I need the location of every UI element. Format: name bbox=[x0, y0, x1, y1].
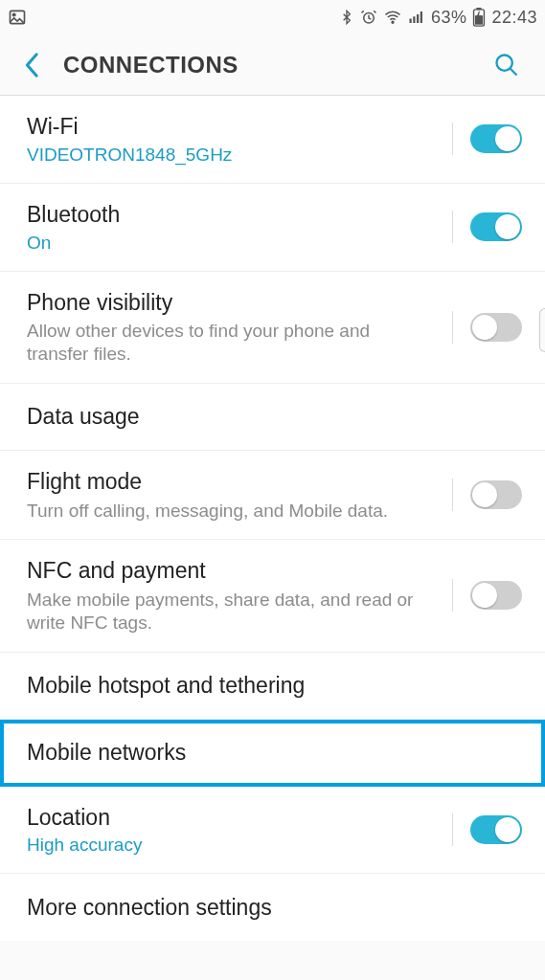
divider bbox=[452, 122, 453, 155]
battery-charging-icon bbox=[472, 8, 486, 27]
clock: 22:43 bbox=[491, 8, 537, 28]
svg-rect-6 bbox=[417, 14, 419, 23]
svg-point-1 bbox=[12, 13, 15, 16]
scroll-indicator bbox=[539, 308, 545, 352]
row-title: Mobile networks bbox=[27, 739, 511, 767]
row-wifi[interactable]: Wi-Fi VIDEOTRON1848_5GHz bbox=[0, 96, 545, 184]
page-title: CONNECTIONS bbox=[56, 52, 484, 78]
row-location[interactable]: Location High accuracy bbox=[0, 787, 545, 875]
divider bbox=[452, 211, 453, 243]
app-header: CONNECTIONS bbox=[0, 34, 545, 96]
phone-visibility-toggle[interactable] bbox=[470, 313, 522, 342]
svg-rect-7 bbox=[420, 11, 422, 23]
divider bbox=[452, 579, 453, 612]
row-flight-mode[interactable]: Flight mode Turn off calling, messaging,… bbox=[0, 451, 545, 541]
row-title: Data usage bbox=[27, 403, 511, 431]
picture-icon bbox=[8, 8, 27, 27]
row-title: Location bbox=[27, 804, 435, 832]
row-sub: Allow other devices to find your phone a… bbox=[27, 320, 435, 366]
row-hotspot-tethering[interactable]: Mobile hotspot and tethering bbox=[0, 653, 545, 720]
wifi-toggle[interactable] bbox=[470, 124, 522, 153]
back-button[interactable] bbox=[10, 42, 56, 88]
row-bluetooth[interactable]: Bluetooth On bbox=[0, 184, 545, 272]
svg-point-3 bbox=[392, 21, 394, 23]
row-mobile-networks[interactable]: Mobile networks bbox=[0, 720, 545, 787]
row-more-connection-settings[interactable]: More connection settings bbox=[0, 874, 545, 941]
svg-line-12 bbox=[511, 68, 517, 75]
row-title: Mobile hotspot and tethering bbox=[27, 672, 511, 700]
divider bbox=[452, 813, 453, 846]
row-sub: Make mobile payments, share data, and re… bbox=[27, 589, 435, 635]
nfc-toggle[interactable] bbox=[470, 581, 522, 610]
row-sub: VIDEOTRON1848_5GHz bbox=[27, 145, 435, 166]
row-title: Wi-Fi bbox=[27, 113, 435, 141]
flight-mode-toggle[interactable] bbox=[470, 480, 522, 509]
row-phone-visibility[interactable]: Phone visibility Allow other devices to … bbox=[0, 272, 545, 384]
row-title: Phone visibility bbox=[27, 289, 435, 317]
svg-rect-4 bbox=[409, 19, 411, 24]
battery-percent: 63% bbox=[431, 8, 467, 28]
signal-icon bbox=[408, 9, 425, 26]
row-data-usage[interactable]: Data usage bbox=[0, 384, 545, 451]
divider bbox=[452, 311, 453, 344]
row-title: Flight mode bbox=[27, 468, 435, 496]
row-sub: On bbox=[27, 233, 435, 254]
status-bar: 63% 22:43 bbox=[0, 0, 545, 34]
row-sub: Turn off calling, messaging, and Mobile … bbox=[27, 500, 435, 523]
row-nfc-payment[interactable]: NFC and payment Make mobile payments, sh… bbox=[0, 540, 545, 652]
chevron-left-icon bbox=[24, 52, 41, 78]
location-toggle[interactable] bbox=[470, 815, 522, 844]
svg-rect-9 bbox=[477, 8, 482, 10]
row-title: Bluetooth bbox=[27, 201, 435, 229]
svg-point-11 bbox=[497, 55, 512, 70]
search-button[interactable] bbox=[484, 42, 530, 88]
row-sub: High accuracy bbox=[27, 835, 435, 856]
divider bbox=[452, 479, 453, 511]
row-title: More connection settings bbox=[27, 894, 511, 922]
svg-rect-5 bbox=[413, 16, 415, 23]
bluetooth-toggle[interactable] bbox=[470, 212, 522, 241]
bluetooth-icon bbox=[339, 9, 354, 26]
alarm-icon bbox=[360, 9, 377, 26]
settings-list: Wi-Fi VIDEOTRON1848_5GHz Bluetooth On Ph… bbox=[0, 96, 545, 941]
wifi-icon bbox=[383, 9, 402, 26]
row-title: NFC and payment bbox=[27, 557, 435, 585]
search-icon bbox=[493, 52, 520, 78]
